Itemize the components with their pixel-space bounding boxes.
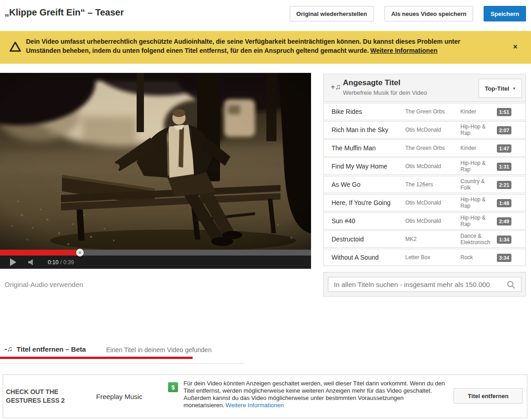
track-title: Here, If You're Going — [332, 199, 405, 206]
claimed-track-title: CHECK OUT THE GESTURES LESS 2 — [6, 375, 84, 418]
total-time: / 0:39 — [60, 259, 74, 266]
duration-badge: 1:48 — [497, 199, 511, 207]
track-artist: Otis McDonald — [405, 218, 460, 224]
restore-original-button[interactable]: Original wiederherstellen — [290, 6, 374, 21]
track-artist: Otis McDonald — [405, 127, 460, 133]
track-title: Rich Man in the Sky — [332, 126, 405, 133]
warning-message: Dein Video umfasst urheberrechtlich gesc… — [26, 37, 486, 55]
track-row[interactable]: Here, If You're Going Otis McDonald Hip-… — [323, 194, 526, 211]
seek-bar[interactable] — [0, 250, 311, 256]
video-frame[interactable] — [0, 73, 311, 250]
dropdown-label: Top-Titel — [485, 85, 509, 92]
duration-badge: 1:47 — [497, 144, 511, 153]
search-input[interactable] — [328, 277, 521, 292]
track-genre: Rock — [460, 254, 496, 261]
volume-icon[interactable] — [28, 259, 34, 265]
duration-badge: 1:31 — [497, 163, 511, 171]
remove-title-button[interactable]: Titel entfernen — [454, 388, 523, 404]
track-row[interactable]: The Muffin Man The Green Orbs Kinder 1:4… — [323, 139, 526, 157]
warning-triangle-icon — [9, 41, 21, 54]
track-artist: The Green Orbs — [405, 145, 460, 151]
header-actions: Original wiederherstellen Als neues Vide… — [290, 6, 526, 21]
track-row[interactable]: Without A Sound Letter Box Rock 3:34 — [323, 249, 526, 266]
track-row[interactable]: Destructoid MK2 Dance & Elektronisch 1:3… — [323, 230, 526, 248]
track-row[interactable]: Bike Rides The Green Orbs Kinder 1:51 — [323, 103, 526, 120]
track-title: Without A Sound — [332, 254, 405, 261]
track-row[interactable]: Find My Way Home Otis McDonald Hip-Hop &… — [323, 158, 526, 175]
panel-header: +♫ Angesagte Titel Werbefreie Musik für … — [323, 74, 526, 102]
track-row[interactable]: Sun #40 Otis McDonald Hip-Hop & Rap 2:49 — [323, 212, 526, 230]
page-title: „Klippe Greift Ein“ – Teaser — [5, 7, 124, 18]
chevron-down-icon: ▼ — [512, 87, 516, 91]
track-artist: Otis McDonald — [405, 163, 460, 169]
progress-fill — [0, 250, 80, 256]
track-genre: Hip-Hop & Rap — [460, 123, 496, 136]
duration-badge: 2:21 — [497, 181, 511, 189]
progress-handle[interactable] — [76, 249, 84, 256]
panel-title: Angesagte Titel — [343, 78, 400, 87]
claim-more-info-link[interactable]: Weitere Informationen — [226, 402, 284, 409]
duration-badge: 1:51 — [497, 108, 511, 116]
play-icon[interactable] — [10, 258, 16, 266]
audio-editor-page: „Klippe Greift Ein“ – Teaser Original wi… — [0, 0, 531, 420]
track-title: Destructoid — [332, 236, 405, 243]
use-original-audio-link[interactable]: Original-Audio verwenden — [5, 281, 83, 288]
close-icon[interactable]: × — [513, 41, 517, 53]
top-titles-dropdown[interactable]: Top-Titel ▼ — [479, 79, 522, 98]
track-genre: Hip-Hop & Rap — [460, 215, 496, 227]
claim-description: Für dein Video könnten Anzeigen geschalt… — [184, 380, 452, 409]
track-row[interactable]: As We Go The 126ers Country & Folk 2:21 — [323, 176, 526, 193]
remove-tab-status: Einen Titel in deinem Video gefunden — [106, 346, 212, 353]
remove-tab-title: Titel entfernen – Beta — [16, 345, 86, 353]
duration-badge: 1:34 — [497, 236, 511, 244]
track-title: The Muffin Man — [332, 144, 405, 152]
track-genre: Country & Folk — [460, 178, 496, 191]
track-artist: The 126ers — [405, 181, 460, 188]
track-title: As We Go — [332, 181, 405, 188]
video-player: 0:10/ 0:39 — [0, 73, 311, 269]
tab-remove-title-beta[interactable]: -♫ Titel entfernen – Beta — [5, 345, 86, 353]
claimed-track-card: CHECK OUT THE GESTURES LESS 2 Freeplay M… — [3, 374, 527, 418]
track-genre: Dance & Elektronisch — [460, 233, 496, 246]
track-genre: Hip-Hop & Rap — [460, 160, 496, 173]
current-time: 0:10 — [48, 259, 58, 266]
duration-badge: 2:07 — [497, 126, 511, 134]
track-search-container — [323, 272, 526, 297]
track-artist: MK2 — [405, 236, 460, 242]
featured-tracks-panel: +♫ Angesagte Titel Werbefreie Musik für … — [323, 74, 526, 297]
banner-more-info-link[interactable]: Weitere Informationen — [370, 47, 438, 54]
track-artist: The Green Orbs — [405, 108, 460, 115]
remove-music-icon: -♫ — [5, 345, 12, 353]
active-tab-indicator — [0, 357, 193, 359]
panel-subtitle: Werbefreie Musik für dein Video — [343, 89, 427, 96]
duration-badge: 2:49 — [497, 217, 511, 225]
track-genre: Kinder — [460, 145, 496, 151]
tab-divider — [0, 363, 245, 364]
add-music-icon: +♫ — [331, 82, 341, 92]
track-title: Find My Way Home — [332, 163, 405, 170]
monetization-dollar-icon: $ — [168, 382, 178, 392]
track-genre: Kinder — [460, 108, 496, 115]
claim-description-text: Für dein Video könnten Anzeigen geschalt… — [184, 380, 445, 409]
player-controls: 0:10/ 0:39 — [0, 256, 311, 269]
save-as-new-video-button[interactable]: Als neues Video speichern — [384, 6, 473, 21]
save-button[interactable]: Speichern — [484, 6, 526, 21]
track-genre: Hip-Hop & Rap — [460, 196, 496, 209]
track-artist: Letter Box — [405, 254, 460, 261]
track-row[interactable]: Rich Man in the Sky Otis McDonald Hip-Ho… — [323, 121, 526, 138]
duration-badge: 3:34 — [497, 254, 511, 262]
track-title: Bike Rides — [332, 108, 405, 115]
time-display: 0:10/ 0:39 — [48, 259, 74, 266]
track-artist: Otis McDonald — [405, 200, 460, 206]
track-title: Sun #40 — [332, 217, 405, 225]
copyright-warning-banner: Dein Video umfasst urheberrechtlich gesc… — [0, 31, 531, 64]
claimed-track-artist: Freeplay Music — [96, 375, 143, 418]
